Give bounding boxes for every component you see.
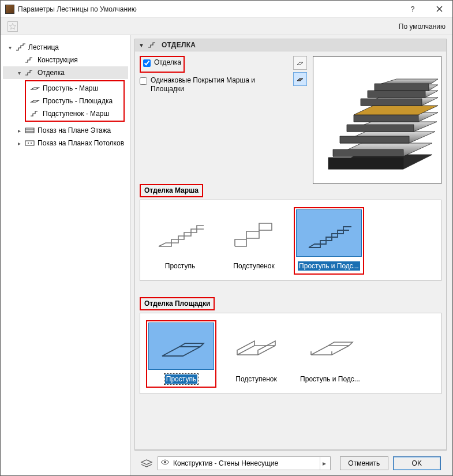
panel-header[interactable]: ▼ ОТДЕЛКА <box>134 39 447 51</box>
same-cover-label: Одинаковые Покрытия Марша и Площадки <box>151 76 287 93</box>
cancel-label: Отменить <box>348 459 380 467</box>
tree-label: Проступь - Марш <box>42 84 98 92</box>
chevron-right-icon[interactable]: ▸ <box>16 140 23 147</box>
tree-item-tread-landing[interactable]: Проступь - Площадка <box>27 95 123 107</box>
app-icon <box>5 5 14 14</box>
chevron-down-icon[interactable]: ▾ <box>6 44 13 51</box>
chevron-down-icon[interactable]: ▾ <box>16 70 23 76</box>
tree-item-floor-plan[interactable]: ▸ Показ на Плане Этажа <box>3 124 128 137</box>
titlebar: Параметры Лестницы по Умолчанию ? <box>1 1 452 18</box>
main-area: ▼ ОТДЕЛКА Отделка <box>131 35 452 475</box>
flight-option-riser[interactable]: Подступенок <box>220 207 288 275</box>
tree-label: Показ на Планах Потолков <box>36 139 124 147</box>
finish-checkbox-label: Отделка <box>154 58 181 66</box>
landing-finish-options: Проступь Подступенок <box>140 313 441 394</box>
riser-icon <box>29 110 42 117</box>
svg-marker-22 <box>375 84 429 91</box>
stair-icon <box>14 43 27 51</box>
flight-option-tread[interactable]: Проступь <box>146 207 214 275</box>
svg-marker-20 <box>368 91 425 98</box>
tree-item-tread-flight[interactable]: Проступь - Марш <box>27 82 123 95</box>
navigation-tree: ▾ Лестница Конструкция ▾ Отделка <box>1 35 131 475</box>
eye-icon <box>160 459 170 467</box>
landing-option-tread-and-riser[interactable]: Проступь и Подс... <box>296 320 364 388</box>
option-caption: Проступь и Подс... <box>298 261 360 271</box>
window-title: Параметры Лестницы по Умолчанию <box>18 5 399 13</box>
finish-checkbox[interactable] <box>143 59 151 67</box>
same-cover-checkbox[interactable] <box>140 77 147 85</box>
mode-shaded-button[interactable] <box>293 72 307 86</box>
option-caption: Подступенок <box>232 261 275 271</box>
option-caption: Подступенок <box>234 374 278 384</box>
svg-rect-0 <box>25 128 34 133</box>
svg-point-24 <box>164 461 166 463</box>
tree-item-finish[interactable]: ▾ Отделка <box>3 66 128 79</box>
tree-label: Отделка <box>36 69 65 77</box>
svg-point-4 <box>28 143 29 144</box>
tree-item-construction[interactable]: Конструкция <box>3 54 128 66</box>
tree-label: Конструкция <box>36 56 78 64</box>
option-caption: Проступь <box>165 374 197 384</box>
highlight-landing-heading: Отделка Площадки <box>140 297 215 310</box>
footer: Конструктив - Стены Ненесущие ▸ Отменить… <box>134 450 447 475</box>
svg-marker-7 <box>328 158 403 169</box>
option-caption: Проступь <box>164 261 196 271</box>
tree-label: Проступь - Площадка <box>42 97 113 105</box>
zigzag-icon <box>24 69 36 76</box>
tree-label: Показ на Плане Этажа <box>36 126 111 134</box>
top-row: По умолчанию <box>1 18 452 35</box>
landing-option-riser[interactable]: Подступенок <box>222 320 290 388</box>
svg-marker-9 <box>333 149 403 156</box>
tree-label: Подступенок - Марш <box>42 110 109 118</box>
highlighted-tree-group: Проступь - Марш Проступь - Площадка Подс… <box>25 80 125 122</box>
zigzag-icon <box>24 57 36 63</box>
dialog-window: Параметры Лестницы по Умолчанию ? По умо… <box>0 0 453 476</box>
flight-option-tread-and-riser[interactable]: Проступь и Подс... <box>294 207 364 275</box>
preview-3d[interactable] <box>313 56 441 184</box>
svg-marker-15 <box>354 115 418 122</box>
option-caption: Проступь и Подс... <box>299 374 361 384</box>
help-button[interactable]: ? <box>399 1 426 18</box>
close-button[interactable] <box>426 1 452 18</box>
tree-item-ceiling-plan[interactable]: ▸ Показ на Планах Потолков <box>3 137 128 149</box>
layer-name: Конструктив - Стены Ненесущие <box>173 459 316 467</box>
flight-finish-options: Проступь Подступенок <box>140 200 441 281</box>
default-label: По умолчанию <box>399 23 445 31</box>
favorite-star-button[interactable] <box>8 21 18 32</box>
tree-item-stair-root[interactable]: ▾ Лестница <box>3 41 128 54</box>
highlight-finish-checkbox: Отделка <box>140 56 185 73</box>
layer-icon <box>140 458 153 469</box>
zigzag-icon <box>148 42 158 48</box>
floor-plan-icon <box>24 127 36 134</box>
flight-finish-heading: Отделка Марша <box>144 186 199 194</box>
ceiling-plan-icon <box>24 140 36 147</box>
layer-combo[interactable]: Конструктив - Стены Ненесущие ▸ <box>158 456 331 470</box>
svg-marker-23 <box>381 79 438 84</box>
panel-body: Отделка Одинаковые Покрытия Марша и Площ… <box>134 51 447 450</box>
mode-wireframe-button[interactable] <box>293 56 307 70</box>
ok-label: OK <box>412 459 422 467</box>
cancel-button[interactable]: Отменить <box>340 456 388 470</box>
landing-icon <box>29 98 42 104</box>
svg-point-5 <box>31 143 32 144</box>
panel-title: ОТДЕЛКА <box>162 41 196 49</box>
svg-marker-18 <box>361 99 422 106</box>
svg-rect-3 <box>25 141 34 145</box>
svg-marker-11 <box>340 136 409 143</box>
highlight-flight-heading: Отделка Марша <box>140 184 203 197</box>
svg-marker-13 <box>347 125 414 132</box>
ok-button[interactable]: OK <box>393 456 441 470</box>
landing-option-tread[interactable]: Проступь <box>146 320 216 388</box>
tread-icon <box>29 85 42 91</box>
tree-item-riser-flight[interactable]: Подступенок - Марш <box>27 107 123 120</box>
dropdown-arrow-icon: ▸ <box>320 457 328 470</box>
collapse-icon: ▼ <box>138 42 144 48</box>
tree-label: Лестница <box>27 43 59 51</box>
chevron-right-icon[interactable]: ▸ <box>16 128 23 134</box>
landing-finish-heading: Отделка Площадки <box>144 299 210 308</box>
